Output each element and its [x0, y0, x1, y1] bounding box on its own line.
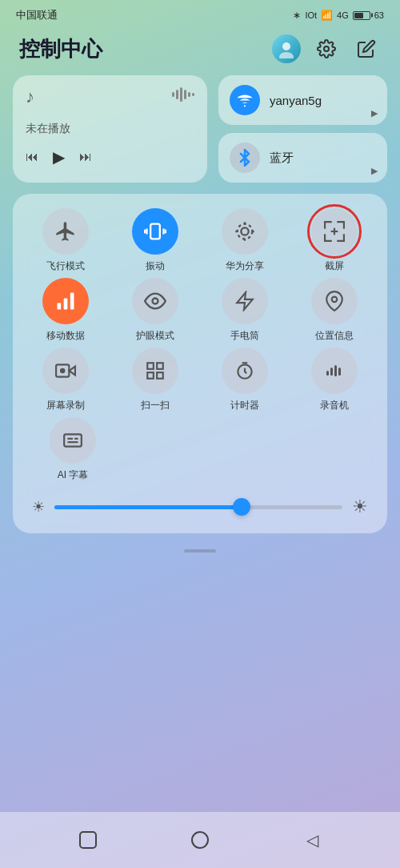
- svg-rect-10: [150, 224, 160, 239]
- header-actions: [272, 34, 381, 63]
- network-speed: IOt: [305, 10, 317, 20]
- svg-rect-3: [172, 92, 174, 97]
- airplane-mode-item[interactable]: 飞行模式: [30, 208, 102, 273]
- share-item[interactable]: 华为分享: [209, 208, 281, 273]
- svg-point-2: [324, 46, 329, 51]
- screenrecord-item[interactable]: 屏幕录制: [30, 348, 102, 412]
- recorder-icon-circle: [311, 348, 358, 394]
- bluetooth-name: 蓝牙: [270, 151, 294, 166]
- brightness-slider[interactable]: [54, 505, 342, 509]
- circle-icon: [191, 831, 209, 849]
- svg-point-28: [332, 297, 338, 303]
- control-grid: 飞行模式 振动: [13, 194, 387, 533]
- aicaption-item[interactable]: AI 字幕: [37, 417, 109, 482]
- media-controls: ⏮ ▶ ⏭: [26, 147, 194, 167]
- svg-rect-41: [338, 368, 341, 376]
- bluetooth-card[interactable]: 蓝牙 ▶: [218, 133, 387, 183]
- brightness-fill: [54, 505, 242, 509]
- status-icons: ∗ IOt 📶 4G 63: [293, 10, 384, 21]
- back-button[interactable]: ◁: [294, 822, 330, 858]
- flashlight-icon-circle: [222, 278, 268, 324]
- wifi-name: yanyan5g: [270, 94, 322, 107]
- screenshot-icon-circle: [311, 208, 358, 255]
- avatar[interactable]: [272, 34, 301, 63]
- svg-point-1: [279, 52, 294, 58]
- control-row-3: 屏幕录制 扫一扫 计时器: [21, 348, 379, 412]
- battery-icon: [353, 11, 370, 20]
- signal-label: 4G: [337, 10, 349, 20]
- mobile-data-icon-circle: [42, 278, 89, 324]
- music-icon: ♪: [26, 86, 34, 107]
- svg-rect-8: [192, 93, 194, 96]
- vibrate-icon-circle: [132, 208, 178, 255]
- svg-rect-23: [58, 303, 62, 309]
- svg-rect-32: [147, 363, 154, 369]
- network-cards: yanyan5g ▶ 蓝牙 ▶: [218, 75, 387, 183]
- svg-rect-6: [184, 90, 186, 99]
- eyecare-icon-circle: [132, 278, 178, 324]
- flashlight-label: 手电筒: [230, 329, 259, 343]
- recorder-item[interactable]: 录音机: [298, 348, 370, 412]
- location-label: 位置信息: [315, 329, 354, 343]
- svg-marker-27: [237, 292, 253, 310]
- share-icon-circle: [222, 208, 268, 255]
- wifi-card[interactable]: yanyan5g ▶: [218, 75, 387, 125]
- brightness-thumb[interactable]: [233, 498, 250, 516]
- wifi-icon: 📶: [321, 10, 333, 21]
- scan-label: 扫一扫: [141, 399, 170, 412]
- brightness-row: ☀ ☀: [21, 487, 379, 522]
- brightness-min-icon: ☀: [32, 498, 45, 516]
- edit-button[interactable]: [352, 34, 381, 63]
- screenshot-label: 截屏: [325, 259, 344, 273]
- timer-item[interactable]: 计时器: [209, 348, 281, 412]
- svg-rect-24: [64, 299, 68, 310]
- bluetooth-icon: ∗: [293, 10, 301, 21]
- scan-item[interactable]: 扫一扫: [119, 348, 191, 412]
- screenshot-item[interactable]: 截屏: [298, 208, 370, 273]
- eyecare-label: 护眼模式: [136, 329, 174, 343]
- control-row-1: 飞行模式 振动: [21, 208, 379, 273]
- eyecare-item[interactable]: 护眼模式: [119, 278, 191, 343]
- svg-rect-34: [147, 372, 154, 379]
- recent-apps-button[interactable]: [70, 822, 106, 858]
- media-top: ♪: [26, 86, 194, 107]
- scan-icon-circle: [132, 348, 178, 394]
- play-button[interactable]: ▶: [53, 147, 65, 167]
- control-row-4: AI 字幕: [21, 417, 379, 482]
- timer-icon-circle: [222, 348, 268, 394]
- status-bar: 中国联通 ∗ IOt 📶 4G 63: [0, 0, 400, 26]
- wifi-icon-circle: [230, 85, 260, 115]
- location-item[interactable]: 位置信息: [298, 278, 370, 343]
- share-label: 华为分享: [226, 259, 264, 273]
- svg-rect-33: [157, 363, 163, 369]
- vibrate-item[interactable]: 振动: [119, 208, 191, 273]
- waveform-icon: [172, 86, 194, 106]
- aicaption-icon-circle: [50, 417, 96, 464]
- brightness-max-icon: ☀: [352, 496, 368, 517]
- home-indicator: [0, 543, 400, 556]
- back-icon: ◁: [306, 830, 318, 850]
- bluetooth-arrow: ▶: [371, 166, 378, 176]
- wifi-arrow: ▶: [371, 108, 378, 119]
- svg-rect-4: [176, 90, 178, 99]
- page-title: 控制中心: [19, 35, 102, 63]
- home-button[interactable]: [182, 822, 218, 858]
- mobile-data-item[interactable]: 移动数据: [30, 278, 102, 343]
- svg-marker-29: [69, 367, 75, 376]
- aicaption-label: AI 字幕: [58, 468, 89, 482]
- vibrate-label: 振动: [146, 259, 165, 273]
- cards-row: ♪ 未在播放 ⏮ ▶ ⏭: [0, 75, 400, 183]
- svg-rect-39: [330, 368, 333, 376]
- settings-button[interactable]: [312, 34, 341, 63]
- control-row-2: 移动数据 护眼模式 手电筒: [21, 278, 379, 343]
- next-button[interactable]: ⏭: [79, 150, 92, 164]
- svg-rect-35: [157, 372, 163, 379]
- screenrecord-icon-circle: [42, 348, 89, 394]
- media-card: ♪ 未在播放 ⏮ ▶ ⏭: [13, 75, 207, 183]
- svg-rect-42: [64, 434, 82, 446]
- nav-bar: ◁: [0, 812, 400, 868]
- svg-point-31: [61, 369, 64, 372]
- prev-button[interactable]: ⏮: [26, 150, 38, 164]
- flashlight-item[interactable]: 手电筒: [209, 278, 281, 343]
- airplane-icon-circle: [42, 208, 89, 255]
